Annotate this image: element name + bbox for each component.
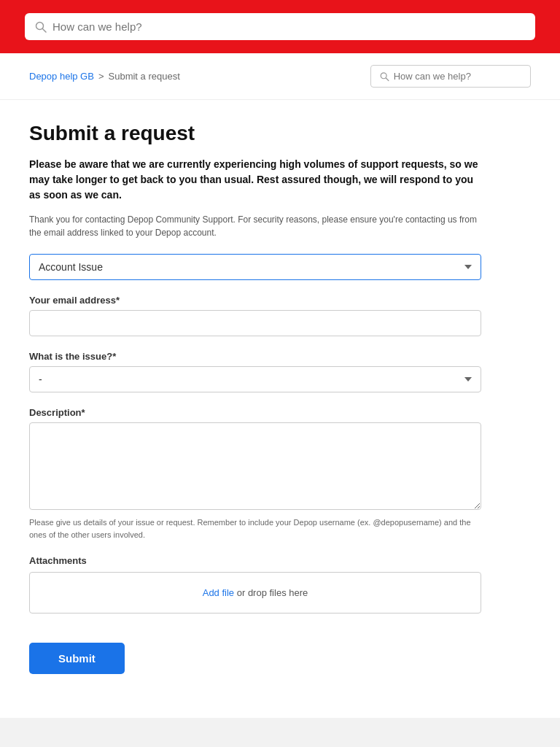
warning-text: Please be aware that we are currently ex… [29,157,481,203]
email-input[interactable] [29,310,481,336]
search-icon-inline [380,71,389,82]
page-title: Submit a request [29,122,481,145]
info-text: Thank you for contacting Depop Community… [29,213,481,239]
description-group: Description* Please give us details of y… [29,407,481,541]
search-icon [35,21,47,33]
topic-group: Account Issue [29,254,481,280]
email-group: Your email address* [29,295,481,336]
request-form: Account Issue Your email address* What i… [29,254,481,674]
main-content: Submit a request Please be aware that we… [0,100,510,718]
description-hint: Please give us details of your issue or … [29,516,481,541]
breadcrumb-bar: Depop help GB > Submit a request [0,53,560,100]
breadcrumb: Depop help GB > Submit a request [29,71,180,82]
top-search-bar [25,13,535,40]
description-label: Description* [29,407,481,418]
breadcrumb-search-bar [370,65,531,88]
topic-select[interactable]: Account Issue [29,254,481,280]
drop-text: or drop files here [234,587,308,598]
attachments-group: Attachments Add file or drop files here [29,555,481,614]
svg-line-1 [43,28,47,32]
submit-button[interactable]: Submit [29,643,125,674]
attachments-label: Attachments [29,555,481,566]
top-header [0,0,560,53]
drop-zone[interactable]: Add file or drop files here [29,572,481,614]
breadcrumb-separator: > [98,71,104,82]
svg-line-3 [386,77,389,80]
add-file-link[interactable]: Add file [203,587,234,598]
breadcrumb-home[interactable]: Depop help GB [29,71,94,82]
issue-label: What is the issue?* [29,351,481,362]
top-search-input[interactable] [52,20,525,33]
footer: English (GB) Italiano Depop About Jobs E… [0,718,560,747]
description-textarea[interactable] [29,422,481,510]
breadcrumb-search-input[interactable] [394,71,521,82]
email-label: Your email address* [29,295,481,306]
breadcrumb-current: Submit a request [109,71,180,82]
issue-select[interactable]: - [29,366,481,392]
issue-group: What is the issue?* - [29,351,481,392]
